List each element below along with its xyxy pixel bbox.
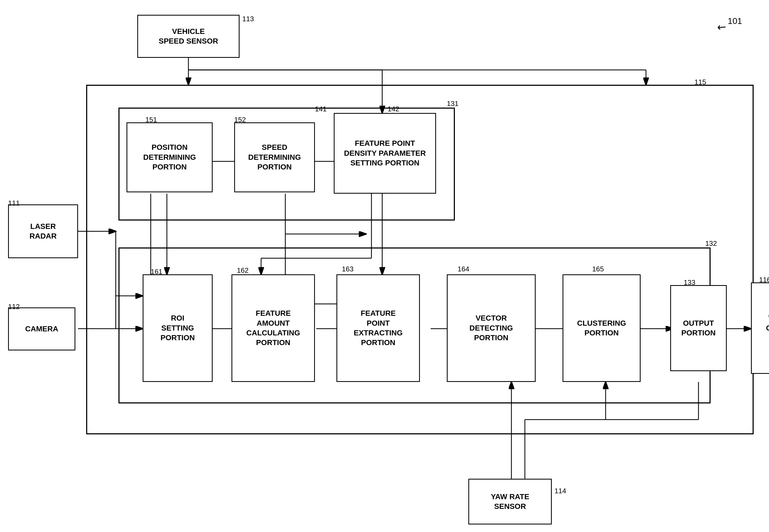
ref-113: 113 — [242, 15, 254, 23]
vector-detecting-box: VECTORDETECTINGPORTION — [447, 274, 536, 382]
roi-setting-box: ROISETTINGPORTION — [143, 274, 213, 382]
ref-115: 115 — [695, 78, 706, 86]
feature-extracting-box: FEATUREPOINTEXTRACTINGPORTION — [336, 274, 420, 382]
camera-box: CAMERA — [8, 307, 75, 350]
ref-131: 131 — [447, 100, 458, 108]
ref-141: 141 — [315, 105, 327, 113]
ref-152: 152 — [234, 116, 246, 124]
feature-amount-box: FEATUREAMOUNTCALCULATINGPORTION — [232, 274, 315, 382]
ref-161: 161 — [151, 268, 162, 276]
clustering-box: CLUSTERINGPORTION — [562, 274, 641, 382]
ref-133: 133 — [684, 278, 695, 287]
ref-101: 101 — [728, 16, 742, 26]
laser-radar-box: LASERRADAR — [8, 204, 78, 258]
ref-163: 163 — [342, 265, 353, 273]
ref-142: 142 — [388, 105, 399, 113]
position-determining-box: POSITIONDETERMININGPORTION — [126, 122, 213, 192]
ref-111: 111 — [8, 199, 20, 207]
feature-density-box: FEATURE POINTDENSITY PARAMETERSETTING PO… — [334, 113, 436, 194]
vehicle-speed-sensor-box: VEHICLESPEED SENSOR — [137, 15, 240, 58]
ref-114: 114 — [554, 487, 566, 495]
diagram: 101 ↗ VEHICLESPEED SENSOR 113 115 131 14… — [0, 0, 769, 532]
ref-162: 162 — [237, 266, 249, 275]
yaw-rate-sensor-box: YAW RATESENSOR — [468, 479, 552, 524]
ref-132: 132 — [705, 239, 717, 248]
vehicle-control-box: VEHICLECONTROLDEVICE — [751, 282, 769, 374]
ref-112: 112 — [8, 303, 20, 311]
ref-116: 116 — [759, 276, 769, 284]
ref-151: 151 — [145, 116, 157, 124]
ref-165: 165 — [592, 265, 604, 273]
ref-164: 164 — [458, 265, 469, 273]
output-portion-box: OUTPUTPORTION — [670, 285, 727, 371]
speed-determining-box: SPEEDDETERMININGPORTION — [234, 122, 315, 192]
